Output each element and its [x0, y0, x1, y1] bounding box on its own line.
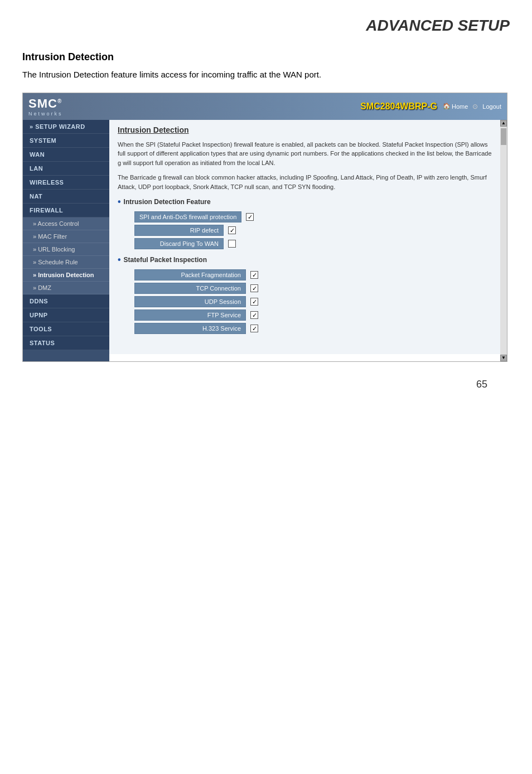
sidebar-item-schedule-rule[interactable]: » Schedule Rule	[23, 256, 109, 269]
router-header: SMC® Networks SMC2804WBRP-G 🏠 Home ⊙ Log…	[23, 93, 507, 120]
sidebar-item-nat[interactable]: NAT	[23, 190, 109, 204]
sidebar-item-tools[interactable]: TOOLS	[23, 322, 109, 336]
scroll-down-btn[interactable]: ▼	[500, 355, 507, 361]
router-body: » SETUP WIZARD SYSTEM WAN LAN WIRELESS N…	[23, 120, 507, 361]
packet-frag-checkbox[interactable]	[250, 271, 258, 279]
spi-antidos-checkbox[interactable]	[246, 213, 254, 221]
tcp-conn-checkbox[interactable]	[250, 284, 258, 292]
sidebar-item-intrusion-detection[interactable]: » Intrusion Detection	[23, 269, 109, 282]
field-discard-ping: Discard Ping To WAN	[134, 238, 492, 249]
scroll-up-btn[interactable]: ▲	[500, 120, 507, 127]
intro-body: The Intrusion Detection feature limits a…	[22, 69, 510, 81]
home-icon: 🏠	[443, 103, 451, 110]
smc-logo: SMC® Networks	[28, 96, 63, 117]
h323-service-check[interactable]	[250, 325, 258, 332]
description1: When the SPI (Stateful Packet Inspection…	[118, 140, 492, 168]
discard-ping-checkbox[interactable]	[228, 240, 236, 248]
logout-link[interactable]: Logout	[482, 103, 501, 110]
field-tcp-conn: TCP Connection	[134, 283, 492, 294]
router-header-right: SMC2804WBRP-G 🏠 Home ⊙ Logout	[360, 101, 501, 112]
sidebar-item-firewall[interactable]: FIREWALL	[23, 204, 109, 217]
home-link[interactable]: 🏠 Home	[443, 103, 468, 110]
page-number: 65	[22, 362, 510, 407]
udp-session-check[interactable]	[250, 298, 258, 306]
discard-ping-check[interactable]	[228, 240, 236, 248]
scrollbar[interactable]: ▲ ▼	[500, 120, 507, 361]
spi-antidos-check[interactable]	[246, 213, 254, 221]
sidebar-item-ddns[interactable]: DDNS	[23, 294, 109, 308]
rip-defect-label: RIP defect	[134, 225, 224, 236]
section2-fields: Packet Fragmentation TCP Connection UDP …	[134, 269, 492, 334]
udp-session-checkbox[interactable]	[250, 298, 258, 306]
ftp-service-checkbox[interactable]	[250, 311, 258, 319]
packet-frag-check[interactable]	[250, 271, 258, 279]
main-content: Intrusion Detection When the SPI (Statef…	[109, 120, 500, 354]
sidebar-item-wireless[interactable]: WIRELESS	[23, 176, 109, 190]
field-spi-antidos: SPI and Anti-DoS firewall protection	[134, 211, 492, 222]
page-title-area: ADVANCED SETUP	[22, 11, 510, 51]
field-udp-session: UDP Session	[134, 296, 492, 307]
sidebar: » SETUP WIZARD SYSTEM WAN LAN WIRELESS N…	[23, 120, 109, 361]
header-nav: 🏠 Home ⊙ Logout	[443, 103, 501, 110]
intro-section: Intrusion Detection The Intrusion Detect…	[22, 51, 510, 81]
sidebar-item-access-control[interactable]: » Access Control	[23, 217, 109, 230]
sidebar-item-dmz[interactable]: » DMZ	[23, 282, 109, 294]
router-frame: SMC® Networks SMC2804WBRP-G 🏠 Home ⊙ Log…	[22, 93, 507, 362]
sidebar-item-url-blocking[interactable]: » URL Blocking	[23, 243, 109, 256]
field-packet-frag: Packet Fragmentation	[134, 269, 492, 280]
field-rip-defect: RIP defect	[134, 225, 492, 236]
sidebar-item-mac-filter[interactable]: » MAC Filter	[23, 230, 109, 243]
sidebar-item-lan[interactable]: LAN	[23, 162, 109, 176]
h323-service-label: H.323 Service	[134, 323, 246, 334]
sidebar-item-status[interactable]: STATUS	[23, 336, 109, 350]
section2-title: Stateful Packet Inspection	[118, 255, 492, 265]
h323-service-checkbox[interactable]	[250, 325, 258, 332]
content-title: Intrusion Detection	[118, 125, 492, 134]
rip-defect-checkbox[interactable]	[228, 226, 236, 234]
sidebar-item-wan[interactable]: WAN	[23, 148, 109, 162]
description2: The Barricade g firewall can block commo…	[118, 173, 492, 191]
discard-ping-label: Discard Ping To WAN	[134, 238, 224, 249]
field-h323-service: H.323 Service	[134, 323, 492, 334]
sidebar-item-upnp[interactable]: UPnP	[23, 308, 109, 322]
ftp-service-check[interactable]	[250, 311, 258, 319]
model-name: SMC2804WBRP-G	[360, 101, 437, 112]
ftp-service-label: FTP Service	[134, 309, 246, 321]
brand-networks: Networks	[28, 111, 63, 117]
section1-fields: SPI and Anti-DoS firewall protection RIP…	[134, 211, 492, 249]
intro-heading: Intrusion Detection	[22, 51, 510, 63]
field-ftp-service: FTP Service	[134, 309, 492, 321]
rip-defect-check[interactable]	[228, 226, 236, 234]
section1-title: Intrusion Detection Feature	[118, 197, 492, 207]
page-title: ADVANCED SETUP	[22, 17, 510, 35]
brand-name: SMC®	[28, 96, 63, 111]
scroll-thumb[interactable]	[501, 128, 506, 145]
tcp-conn-check[interactable]	[250, 284, 258, 292]
tcp-conn-label: TCP Connection	[134, 283, 246, 294]
sidebar-item-setup-wizard[interactable]: » SETUP WIZARD	[23, 120, 109, 134]
spi-antidos-label: SPI and Anti-DoS firewall protection	[134, 211, 241, 222]
packet-frag-label: Packet Fragmentation	[134, 269, 246, 280]
sidebar-item-system[interactable]: SYSTEM	[23, 134, 109, 148]
udp-session-label: UDP Session	[134, 296, 246, 307]
scroll-track	[500, 127, 507, 355]
